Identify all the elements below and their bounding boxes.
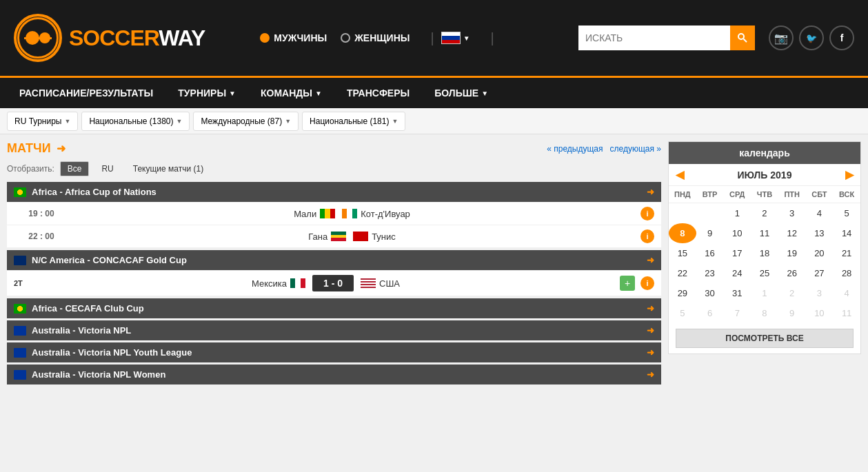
cal-day[interactable]: 18 — [751, 243, 778, 263]
tournament-victoria-npl-header[interactable]: Australia - Victoria NPL ➜ — [7, 320, 661, 340]
cal-header-wed: СРД — [723, 186, 751, 203]
subnav-international-87[interactable]: Международные (87) ▼ — [193, 112, 299, 131]
match-time: 19 : 00 — [14, 209, 69, 218]
cal-day[interactable]: 21 — [833, 243, 860, 263]
search-icon — [737, 32, 748, 43]
cal-day[interactable]: 10 — [806, 303, 834, 323]
cal-day[interactable]: 11 — [833, 303, 860, 323]
tournament-cecafa: Africa - CECAFA Club Cup ➜ — [7, 298, 661, 318]
cal-day[interactable]: 6 — [696, 303, 724, 323]
filter-live-button[interactable]: Текущие матчи (1) — [126, 162, 210, 176]
cal-day[interactable]: 11 — [751, 223, 778, 243]
cal-day[interactable]: 1 — [751, 283, 778, 303]
cal-day[interactable]: 25 — [751, 263, 778, 283]
calendar-grid: ПНД ВТР СРД ЧТВ ПТН СБТ ВСК 1 2 — [669, 186, 860, 323]
home-team: Мексика — [252, 278, 305, 289]
search-input[interactable] — [578, 25, 730, 50]
calendar-nav: ◀ ИЮЛЬ 2019 ▶ — [669, 164, 860, 186]
cal-day[interactable]: 7 — [723, 303, 751, 323]
subnav-ru-arrow: ▼ — [65, 118, 71, 125]
gender-female-button[interactable]: ЖЕНЩИНЫ — [341, 32, 410, 43]
cal-day[interactable]: 24 — [723, 263, 751, 283]
cal-day[interactable]: 14 — [833, 223, 860, 243]
match-info-button[interactable]: i — [640, 207, 654, 220]
match-info-button[interactable]: i — [640, 229, 654, 243]
calendar-week-4: 22 23 24 25 26 27 28 — [669, 263, 860, 283]
match-row: 22 : 00 Гана Тунис i — [7, 225, 661, 248]
tournament-concacaf-header[interactable]: N/C America - CONCACAF Gold Cup ➜ — [7, 250, 661, 270]
tournament-cecafa-header[interactable]: Africa - CECAFA Club Cup ➜ — [7, 298, 661, 318]
cal-header-fri: ПТН — [778, 186, 806, 203]
cal-day[interactable]: 1 — [723, 203, 751, 224]
calendar-week-6: 5 6 7 8 9 10 11 — [669, 303, 860, 323]
subnav-national-181[interactable]: Национальные (181) ▼ — [302, 112, 405, 131]
nav-tournaments[interactable]: ТУРНИРЫ ▼ — [165, 78, 248, 108]
cal-day[interactable]: 16 — [696, 243, 724, 263]
cal-day[interactable] — [669, 203, 696, 224]
tournament-arrow-icon: ➜ — [647, 187, 654, 197]
cal-day[interactable]: 13 — [806, 223, 834, 243]
filter-all-button[interactable]: Все — [60, 161, 90, 176]
nav-transfers[interactable]: ТРАНСФЕРЫ — [334, 78, 422, 108]
cal-day[interactable]: 3 — [778, 203, 806, 224]
cal-day[interactable]: 5 — [833, 203, 860, 224]
cal-day[interactable]: 26 — [778, 263, 806, 283]
cal-day[interactable]: 9 — [696, 223, 724, 243]
away-team: США — [361, 278, 400, 289]
tournament-victoria-youth-header[interactable]: Australia - Victoria NPL Youth League ➜ — [7, 342, 661, 362]
cal-day[interactable]: 31 — [723, 283, 751, 303]
next-link[interactable]: следующая » — [610, 144, 661, 154]
mexico-flag-icon — [290, 278, 305, 288]
subnav-national-1380[interactable]: Национальные (1380) ▼ — [81, 112, 190, 131]
cal-day[interactable]: 2 — [751, 203, 778, 224]
cal-day[interactable]: 8 — [751, 303, 778, 323]
cal-day[interactable]: 22 — [669, 263, 696, 283]
nav-more[interactable]: БОЛЬШЕ ▼ — [422, 78, 501, 108]
cal-day[interactable]: 8 — [669, 223, 696, 243]
calendar-next-button[interactable]: ▶ — [845, 168, 854, 181]
tournament-africa-cup-header[interactable]: Africa - Africa Cup of Nations ➜ — [7, 182, 661, 202]
cal-day[interactable]: 9 — [778, 303, 806, 323]
cal-day[interactable]: 20 — [806, 243, 834, 263]
cal-day[interactable]: 4 — [833, 283, 860, 303]
search-button[interactable] — [730, 25, 755, 50]
filter-label: Отобразить: — [7, 164, 54, 174]
nav-teams-arrow: ▼ — [315, 90, 322, 97]
cal-day[interactable]: 30 — [696, 283, 724, 303]
calendar-prev-button[interactable]: ◀ — [676, 168, 684, 181]
cal-day[interactable]: 12 — [778, 223, 806, 243]
nav-teams[interactable]: КОМАНДЫ ▼ — [248, 78, 334, 108]
cal-day[interactable]: 23 — [696, 263, 724, 283]
subnav-ru-tournaments[interactable]: RU Турниры ▼ — [7, 112, 78, 131]
home-team: Гана — [308, 232, 346, 242]
filter-ru-button[interactable]: RU — [94, 162, 120, 176]
cal-day[interactable]: 17 — [723, 243, 751, 263]
calendar-title: календарь — [669, 142, 860, 164]
cal-day[interactable]: 15 — [669, 243, 696, 263]
match-info-button[interactable]: i — [640, 276, 654, 290]
facebook-icon[interactable]: f — [829, 25, 854, 50]
cal-day[interactable]: 27 — [806, 263, 834, 283]
cal-day[interactable]: 4 — [806, 203, 834, 224]
gender-male-dot — [260, 33, 270, 43]
calendar-week-5: 29 30 31 1 2 3 4 — [669, 283, 860, 303]
cal-day[interactable]: 19 — [778, 243, 806, 263]
match-add-button[interactable]: + — [620, 276, 635, 291]
logo[interactable]: SOCCERWAY — [14, 14, 205, 62]
instagram-icon[interactable]: 📷 — [769, 25, 794, 50]
cal-day[interactable]: 28 — [833, 263, 860, 283]
language-selector[interactable]: ▼ — [441, 32, 470, 44]
cal-day[interactable]: 2 — [778, 283, 806, 303]
cal-day[interactable] — [696, 203, 724, 224]
cal-day[interactable]: 5 — [669, 303, 696, 323]
tournament-victoria-women-header[interactable]: Australia - Victoria NPL Women ➜ — [7, 365, 661, 384]
gender-male-button[interactable]: МУЖЧИНЫ — [260, 32, 327, 43]
nav-schedule[interactable]: РАСПИСАНИЕ/РЕЗУЛЬТАТЫ — [7, 78, 165, 108]
cal-day[interactable]: 29 — [669, 283, 696, 303]
twitter-icon[interactable]: 🐦 — [799, 25, 824, 50]
cal-day[interactable]: 3 — [806, 283, 834, 303]
cal-day[interactable]: 10 — [723, 223, 751, 243]
left-panel: МАТЧИ ➜ « предыдущая следующая » Отобраз… — [7, 141, 661, 387]
calendar-view-all-button[interactable]: ПОСМОТРЕТЬ ВСЕ — [676, 329, 854, 348]
prev-link[interactable]: « предыдущая — [547, 144, 603, 154]
